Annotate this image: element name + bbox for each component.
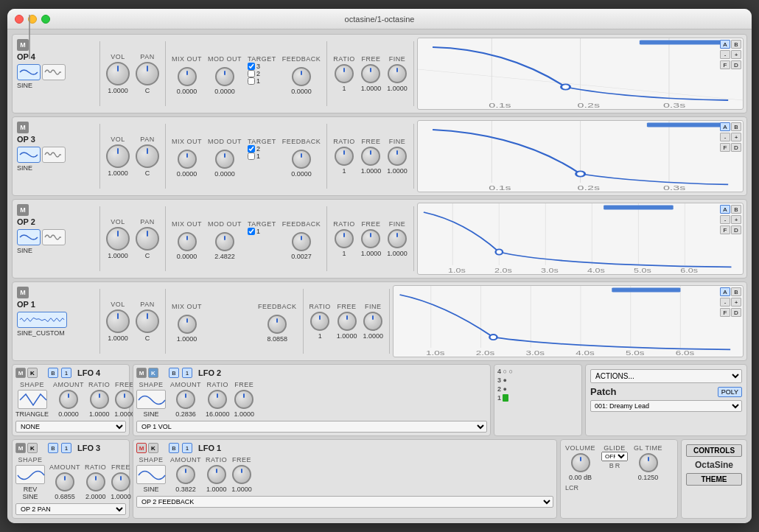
op1-env-f[interactable]: F	[720, 308, 730, 317]
lfo2-b-btn[interactable]: B	[169, 368, 179, 378]
lfo1-k-btn[interactable]: K	[148, 443, 158, 453]
lfo3-ratio-knob[interactable]	[86, 472, 105, 491]
lfo2-free-knob[interactable]	[234, 390, 253, 409]
op1-env-d[interactable]: D	[731, 308, 741, 317]
op4-env-a[interactable]: A	[720, 40, 730, 49]
lfo4-b-btn[interactable]: B	[48, 368, 58, 378]
lfo3-amount-knob[interactable]	[55, 472, 74, 491]
op2-env-a[interactable]: A	[720, 205, 730, 214]
op1-env-b[interactable]: B	[731, 287, 741, 296]
lfo4-ratio-knob[interactable]	[90, 390, 109, 409]
patch-preset-dropdown[interactable]: 001: Dreamy Lead	[590, 400, 742, 412]
op4-free-knob[interactable]	[361, 64, 380, 83]
op1-ratio-knob[interactable]	[310, 312, 329, 331]
op2-m-button[interactable]: M	[17, 204, 29, 216]
op1-m-button[interactable]: M	[17, 287, 29, 298]
op3-env-minus[interactable]: -	[720, 133, 730, 141]
op4-env-b[interactable]: B	[731, 40, 741, 49]
lfo3-b-btn[interactable]: B	[48, 443, 58, 453]
lfo1-target-dropdown[interactable]: OP 2 FEEDBACK	[136, 496, 553, 508]
op1-env-minus[interactable]: -	[720, 298, 730, 307]
lfo1-1-btn[interactable]: 1	[182, 443, 192, 453]
op3-ratio-knob[interactable]	[335, 147, 354, 166]
op3-m-button[interactable]: M	[17, 122, 29, 133]
glide-dropdown[interactable]: OFF	[601, 452, 628, 461]
op3-free-knob[interactable]	[361, 147, 380, 166]
lfo4-free-knob[interactable]	[115, 390, 134, 409]
lfo2-1-btn[interactable]: 1	[182, 368, 192, 378]
op2-vol-knob[interactable]	[106, 227, 130, 251]
op3-mixout-knob[interactable]	[178, 150, 197, 169]
lfo3-m-btn[interactable]: M	[15, 443, 26, 453]
op1-mixout-knob[interactable]	[178, 315, 197, 334]
op3-wave-alt[interactable]	[42, 147, 66, 163]
op4-vol-knob[interactable]	[106, 62, 130, 85]
op2-target-1[interactable]: 1	[248, 228, 260, 235]
lfo4-target-dropdown[interactable]: NONE	[15, 421, 126, 433]
op1-free-knob[interactable]	[337, 312, 357, 331]
op2-modout-knob[interactable]	[215, 232, 234, 251]
op1-feedback-knob[interactable]	[267, 315, 287, 334]
op3-env-d[interactable]: D	[731, 143, 741, 152]
op4-pan-knob[interactable]	[136, 62, 159, 85]
op3-fine-knob[interactable]	[388, 147, 407, 166]
op3-env-f[interactable]: F	[720, 143, 730, 152]
op2-mixout-knob[interactable]	[178, 232, 197, 251]
op2-env-f[interactable]: F	[720, 225, 730, 234]
lfo2-target-dropdown[interactable]: OP 1 VOL	[136, 421, 487, 433]
op3-env-a[interactable]: A	[720, 122, 730, 131]
op2-env-plus[interactable]: +	[731, 215, 741, 224]
op4-fine-knob[interactable]	[388, 64, 407, 83]
op1-vol-knob[interactable]	[106, 309, 130, 333]
lfo1-ratio-knob[interactable]	[207, 465, 226, 484]
op4-env-d[interactable]: D	[731, 60, 741, 69]
op2-pan-knob[interactable]	[136, 227, 159, 251]
op2-ratio-knob[interactable]	[335, 229, 354, 248]
lfo3-1-btn[interactable]: 1	[61, 443, 71, 453]
lfo3-k-btn[interactable]: K	[27, 443, 38, 453]
op3-modout-knob[interactable]	[215, 150, 234, 169]
op4-feedback-knob[interactable]	[292, 67, 311, 86]
volume-knob[interactable]	[571, 453, 590, 472]
op1-env-a[interactable]: A	[720, 287, 730, 296]
gl-time-knob[interactable]	[639, 453, 658, 472]
op1-fine-knob[interactable]	[363, 312, 382, 331]
lfo4-k-btn[interactable]: K	[27, 368, 38, 378]
lfo2-k-btn[interactable]: K	[148, 368, 158, 378]
lfo3-free-knob[interactable]	[111, 472, 130, 491]
op3-pan-knob[interactable]	[136, 144, 159, 168]
lfo1-free-knob[interactable]	[232, 465, 251, 484]
op1-wave-custom[interactable]	[17, 312, 67, 328]
op4-target-1[interactable]: 1	[248, 77, 260, 85]
op1-pan-knob[interactable]	[136, 309, 159, 333]
op3-env-plus[interactable]: +	[731, 133, 741, 141]
op3-target-1[interactable]: 1	[248, 153, 260, 160]
actions-dropdown[interactable]: ACTIONS...	[590, 369, 742, 383]
op4-modout-knob[interactable]	[215, 67, 234, 86]
op4-wave-sine[interactable]	[17, 64, 41, 80]
op2-wave-alt[interactable]	[42, 229, 66, 245]
op4-env-minus[interactable]: -	[720, 50, 730, 59]
lfo3-target-dropdown[interactable]: OP 2 PAN	[15, 503, 126, 515]
op4-env-f[interactable]: F	[720, 60, 730, 69]
lfo1-amount-knob[interactable]	[176, 465, 195, 484]
lfo1-m-btn[interactable]: M	[136, 443, 147, 453]
op3-feedback-knob[interactable]	[292, 150, 311, 169]
op4-target-2[interactable]: 2	[248, 70, 260, 77]
controls-button[interactable]: CONTROLS	[686, 444, 742, 457]
op4-mixout-knob[interactable]	[178, 67, 197, 86]
lfo4-m-btn[interactable]: M	[15, 368, 26, 378]
op2-free-knob[interactable]	[361, 229, 380, 248]
lfo2-amount-knob[interactable]	[176, 390, 195, 409]
op4-env-plus[interactable]: +	[731, 50, 741, 59]
op2-env-b[interactable]: B	[731, 205, 741, 214]
op2-env-minus[interactable]: -	[720, 215, 730, 224]
op3-env-b[interactable]: B	[731, 122, 741, 131]
theme-button[interactable]: THEME	[686, 473, 742, 486]
op1-env-plus[interactable]: +	[731, 298, 741, 307]
op2-fine-knob[interactable]	[388, 229, 407, 248]
poly-button[interactable]: POLY	[718, 387, 742, 397]
lfo4-1-btn[interactable]: 1	[61, 368, 71, 378]
lfo2-ratio-knob[interactable]	[208, 390, 227, 409]
op2-wave-sine[interactable]	[17, 229, 41, 245]
